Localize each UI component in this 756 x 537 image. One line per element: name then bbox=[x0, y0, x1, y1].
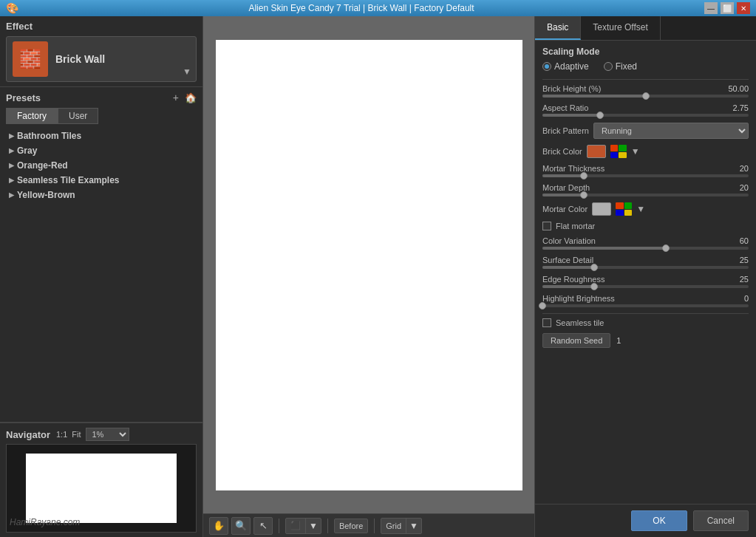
surface-detail-slider[interactable] bbox=[542, 266, 749, 269]
nav-zoom-select[interactable]: 1% 10% 25% 50% 100% bbox=[86, 428, 129, 441]
effect-dropdown-arrow-icon[interactable]: ▼ bbox=[183, 66, 191, 77]
add-preset-icon[interactable]: + bbox=[173, 92, 179, 103]
mortar-color-dropdown-icon[interactable]: ▼ bbox=[636, 204, 645, 214]
grid-dropdown-arrow-icon[interactable]: ▼ bbox=[406, 519, 421, 533]
zoom-tool-button[interactable]: 🔍 bbox=[231, 517, 251, 535]
aspect-ratio-param: Aspect Ratio 2.75 bbox=[542, 103, 749, 117]
aspect-ratio-thumb[interactable] bbox=[596, 112, 604, 119]
close-button[interactable]: ✕ bbox=[737, 2, 750, 14]
navigator-thumbnail: HamiRayane.com bbox=[6, 444, 197, 533]
flat-mortar-checkbox[interactable] bbox=[542, 222, 551, 230]
surface-detail-fill bbox=[542, 266, 594, 269]
before-dropdown[interactable]: Before bbox=[334, 519, 368, 533]
brick-color-row: Brick Color ▼ bbox=[542, 145, 749, 158]
list-item[interactable]: ▶ Seamless Tile Examples bbox=[6, 173, 197, 188]
color-variation-param: Color Variation 60 bbox=[542, 236, 749, 250]
edge-roughness-value: 25 bbox=[723, 275, 749, 284]
effect-item[interactable]: 🧱 Brick Wall ▼ bbox=[6, 36, 197, 82]
brick-height-label: Brick Height (%) bbox=[542, 84, 601, 93]
brick-color-swatch[interactable] bbox=[587, 145, 606, 158]
brick-color-label: Brick Color bbox=[542, 147, 582, 156]
tab-texture-offset[interactable]: Texture Offset bbox=[581, 16, 660, 40]
surface-detail-value: 25 bbox=[723, 256, 749, 264]
home-preset-icon[interactable]: 🏠 bbox=[185, 92, 197, 103]
toolbar-separator-3 bbox=[374, 519, 375, 533]
canvas-area: ✋ 🔍 ↖ ⬛ ▼ Before Grid ▼ bbox=[203, 16, 534, 537]
mortar-thickness-value: 20 bbox=[723, 164, 749, 173]
mortar-color-swatch[interactable] bbox=[592, 202, 611, 216]
mortar-thickness-label: Mortar Thickness bbox=[542, 164, 605, 173]
edge-roughness-slider[interactable] bbox=[542, 285, 749, 288]
app-icon: 🎨 bbox=[6, 2, 18, 14]
seamless-tile-row: Seamless tile bbox=[542, 318, 749, 327]
brick-pattern-select[interactable]: Running Stack Flemish English bbox=[593, 123, 749, 139]
select-tool-button[interactable]: ↖ bbox=[253, 517, 273, 535]
flat-mortar-label: Flat mortar bbox=[556, 222, 595, 230]
mortar-thickness-slider[interactable] bbox=[542, 174, 749, 177]
toolbar-separator bbox=[279, 519, 279, 533]
list-item[interactable]: ▶ Orange-Red bbox=[6, 158, 197, 173]
effect-section: Effect 🧱 Brick Wall ▼ bbox=[0, 16, 202, 87]
brick-pattern-label: Brick Pattern bbox=[542, 126, 589, 135]
presets-header: Presets + 🏠 bbox=[6, 92, 197, 103]
brick-height-thumb[interactable] bbox=[642, 92, 650, 100]
aspect-ratio-slider[interactable] bbox=[542, 114, 749, 117]
before-label: Before bbox=[335, 519, 367, 533]
brick-height-fill bbox=[542, 95, 646, 98]
brick-height-value: 50.00 bbox=[723, 84, 749, 93]
square-dropdown-arrow-icon[interactable]: ▼ bbox=[305, 519, 321, 533]
toolbar-separator-2 bbox=[327, 519, 328, 533]
divider-1 bbox=[542, 79, 749, 80]
list-item[interactable]: ▶ Yellow-Brown bbox=[6, 188, 197, 202]
presets-tabs: Factory User bbox=[6, 108, 197, 124]
navigator-controls: 1:1 Fit 1% 10% 25% 50% 100% bbox=[56, 428, 129, 441]
ok-button[interactable]: OK bbox=[631, 510, 687, 531]
color-variation-slider[interactable] bbox=[542, 247, 749, 250]
edge-roughness-fill bbox=[542, 285, 594, 288]
mortar-depth-thumb[interactable] bbox=[580, 191, 588, 199]
edge-roughness-thumb[interactable] bbox=[590, 283, 598, 290]
hand-tool-button[interactable]: ✋ bbox=[209, 517, 228, 535]
grid-dropdown[interactable]: Grid ▼ bbox=[381, 518, 422, 534]
tab-user[interactable]: User bbox=[58, 108, 98, 124]
cancel-button[interactable]: Cancel bbox=[693, 510, 749, 531]
highlight-brightness-slider[interactable] bbox=[542, 304, 749, 307]
surface-detail-thumb[interactable] bbox=[590, 264, 598, 271]
scaling-mode-label: Scaling Mode bbox=[542, 47, 749, 57]
aspect-ratio-fill bbox=[542, 114, 600, 117]
nav-fit[interactable]: Fit bbox=[72, 430, 81, 439]
right-footer: OK Cancel bbox=[535, 504, 756, 537]
square-dropdown[interactable]: ⬛ ▼ bbox=[285, 518, 321, 534]
mortar-thickness-thumb[interactable] bbox=[580, 172, 588, 179]
list-item[interactable]: ▶ Bathroom Tiles bbox=[6, 129, 197, 143]
nav-zoom-11[interactable]: 1:1 bbox=[56, 430, 67, 439]
left-panel: Effect 🧱 Brick Wall ▼ Presets + 🏠 Factor… bbox=[0, 16, 203, 537]
navigator-header: Navigator 1:1 Fit 1% 10% 25% 50% 100% bbox=[6, 428, 197, 441]
mortar-color-grid-btn[interactable] bbox=[616, 202, 632, 216]
seamless-tile-checkbox[interactable] bbox=[542, 318, 551, 327]
random-seed-button[interactable]: Random Seed bbox=[542, 333, 610, 348]
divider-2 bbox=[542, 313, 749, 314]
maximize-button[interactable]: ⬜ bbox=[721, 2, 734, 14]
effect-label: Effect bbox=[6, 21, 197, 32]
adaptive-radio[interactable]: Adaptive bbox=[542, 61, 589, 72]
minimize-button[interactable]: — bbox=[704, 2, 718, 14]
brick-height-slider[interactable] bbox=[542, 95, 749, 98]
canvas-white bbox=[216, 40, 522, 490]
canvas-toolbar: ✋ 🔍 ↖ ⬛ ▼ Before Grid ▼ bbox=[203, 513, 534, 537]
highlight-brightness-thumb[interactable] bbox=[539, 302, 546, 309]
color-variation-thumb[interactable] bbox=[662, 244, 670, 252]
mortar-depth-slider[interactable] bbox=[542, 194, 749, 196]
mortar-depth-value: 20 bbox=[723, 183, 749, 192]
fixed-radio[interactable]: Fixed bbox=[604, 61, 637, 72]
brick-color-grid-btn[interactable] bbox=[610, 145, 627, 158]
seamless-tile-label: Seamless tile bbox=[556, 318, 604, 327]
triangle-icon: ▶ bbox=[9, 162, 14, 169]
tab-basic[interactable]: Basic bbox=[535, 16, 581, 40]
brick-color-dropdown-icon[interactable]: ▼ bbox=[631, 146, 640, 157]
tab-factory[interactable]: Factory bbox=[6, 108, 58, 124]
aspect-ratio-value: 2.75 bbox=[723, 103, 749, 112]
flat-mortar-row: Flat mortar bbox=[542, 222, 749, 230]
color-variation-label: Color Variation bbox=[542, 236, 596, 245]
list-item[interactable]: ▶ Gray bbox=[6, 143, 197, 158]
